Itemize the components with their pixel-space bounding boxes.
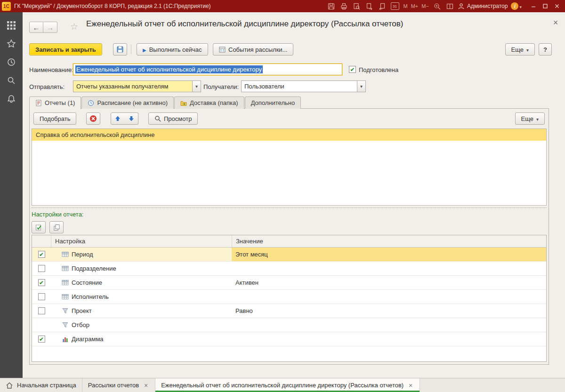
copy-settings-button[interactable] [49, 221, 64, 233]
memory-m-plus[interactable]: M+ [411, 3, 419, 9]
memory-m[interactable]: M [404, 3, 408, 9]
send-mode-select[interactable]: Отчеты указанным получателям [73, 80, 201, 92]
setting-value[interactable]: Этот месяц [232, 248, 546, 261]
split-window-icon[interactable] [446, 2, 454, 10]
favorites-star-icon[interactable] [6, 39, 16, 49]
setting-value[interactable] [232, 318, 546, 332]
window-controls [528, 1, 563, 11]
memory-m-minus[interactable]: M− [421, 3, 429, 9]
settings-row[interactable]: Период Этот месяц [32, 248, 546, 262]
calendar-icon[interactable]: 31 [391, 2, 399, 10]
pick-reports-button[interactable]: Подобрать [33, 112, 76, 125]
form-tab[interactable]: Дополнительно [245, 96, 301, 109]
notifications-bell-icon[interactable] [6, 94, 16, 104]
window-tab[interactable]: Рассылки отчетов [82, 378, 155, 392]
run-now-label: Выполнить сейчас [149, 46, 202, 53]
close-tab-icon[interactable] [143, 382, 149, 389]
close-tab-icon[interactable] [407, 382, 414, 389]
setting-checkbox[interactable] [38, 336, 45, 343]
help-button[interactable]: ? [539, 43, 552, 56]
save-icon[interactable] [327, 2, 336, 10]
setting-name-cell[interactable]: Диаграмма [51, 332, 232, 346]
setting-value[interactable]: Активен [232, 276, 546, 289]
window-titlebar: 1С ГК "Меркурий" / Документооборот 8 КОР… [0, 0, 565, 12]
setting-value[interactable] [232, 262, 546, 275]
form-tab[interactable]: Расписание (не активно) [81, 96, 174, 109]
form-tab[interactable]: Отчеты (1) [29, 96, 81, 109]
window-tab[interactable]: Начальная страница [0, 378, 82, 392]
run-icon [143, 46, 146, 53]
name-input[interactable]: Еженедельный отчет об исполнительской ди… [73, 64, 342, 75]
save-button[interactable] [113, 43, 127, 56]
delete-report-button[interactable] [86, 112, 100, 125]
setting-type-icon [61, 279, 69, 287]
move-down-button[interactable] [124, 112, 138, 125]
setting-name-cell[interactable]: Подразделение [51, 262, 232, 275]
reports-more-button[interactable]: Еще [515, 112, 545, 125]
tab-label: Расписание (не активно) [97, 99, 168, 106]
setting-checkbox[interactable] [38, 251, 45, 258]
floppy-icon [117, 46, 123, 53]
print-preview-icon[interactable] [353, 2, 361, 10]
info-menu[interactable]: i [511, 2, 522, 10]
more-button[interactable]: Еще [505, 43, 535, 56]
maximize-button[interactable] [540, 1, 551, 11]
minimize-button[interactable] [528, 1, 539, 11]
settings-row[interactable]: Проект Равно [32, 304, 546, 318]
user-menu[interactable]: Администратор [458, 3, 508, 10]
dropdown-arrow-icon[interactable] [192, 81, 201, 92]
setting-name-cell[interactable]: Проект [51, 304, 232, 318]
setting-checkbox[interactable] [38, 265, 45, 272]
recipients-field-label: Получатели: [203, 81, 239, 92]
setting-checkbox[interactable] [38, 307, 45, 314]
setting-name-cell[interactable]: Исполнитель [51, 290, 232, 304]
window-tab[interactable]: Еженедельный отчет об исполнительской ди… [155, 378, 420, 392]
settings-row[interactable]: Состояние Активен [32, 276, 546, 290]
print-icon[interactable] [340, 2, 348, 10]
zoom-icon[interactable] [433, 2, 442, 10]
form-tab[interactable]: Доставка (папка) [174, 96, 244, 109]
dropdown-arrow-icon[interactable] [357, 81, 365, 92]
move-up-button[interactable] [111, 112, 125, 125]
history-icon[interactable] [6, 57, 16, 67]
events-icon [219, 46, 226, 53]
arrow-up-icon [114, 115, 121, 122]
tab-icon [88, 100, 94, 106]
close-page-icon[interactable] [551, 18, 560, 27]
setting-name-cell[interactable]: Отбор [51, 318, 232, 332]
settings-row[interactable]: Диаграмма [32, 332, 546, 346]
user-name: Администратор [467, 3, 508, 9]
save-and-close-button[interactable]: Записать и закрыть [29, 43, 102, 56]
close-window-button[interactable] [551, 1, 563, 11]
import-file-icon[interactable] [378, 2, 387, 10]
setting-name-cell[interactable]: Период [51, 248, 232, 261]
back-button[interactable] [29, 22, 43, 33]
recipients-select[interactable]: Пользователи [241, 80, 366, 92]
export-file-icon[interactable] [365, 2, 374, 10]
report-list-item[interactable]: Справка об исполнительской дисциплине [32, 129, 546, 141]
preview-button[interactable]: Просмотр [148, 112, 198, 125]
setting-name-cell[interactable]: Состояние [51, 276, 232, 289]
settings-row[interactable]: Исполнитель [32, 290, 546, 304]
settings-row[interactable]: Подразделение [32, 262, 546, 276]
setting-checkbox-cell [32, 251, 51, 258]
setting-value[interactable] [232, 332, 546, 346]
settings-row[interactable]: Отбор [32, 318, 546, 332]
list-splitter[interactable] [32, 208, 547, 208]
mailing-events-button[interactable]: События рассылки... [213, 43, 293, 56]
prepared-checkbox[interactable] [349, 66, 356, 73]
setting-checkbox-cell [32, 321, 51, 328]
app-body: Еженедельный отчет об исполнительской ди… [0, 12, 565, 378]
setting-checkbox[interactable] [38, 293, 45, 300]
setting-checkbox[interactable] [38, 279, 45, 286]
forward-button[interactable] [43, 22, 57, 33]
setting-value[interactable] [232, 290, 546, 304]
search-icon[interactable] [6, 75, 16, 86]
main-menu-grid-icon[interactable] [6, 20, 16, 31]
run-now-button[interactable]: Выполнить сейчас [137, 43, 208, 56]
toggle-settings-button[interactable] [32, 221, 46, 233]
favorite-star-icon[interactable] [70, 21, 78, 32]
tab-label: Доставка (папка) [190, 99, 238, 106]
more-label: Еще [511, 46, 524, 53]
setting-value[interactable]: Равно [232, 304, 546, 318]
